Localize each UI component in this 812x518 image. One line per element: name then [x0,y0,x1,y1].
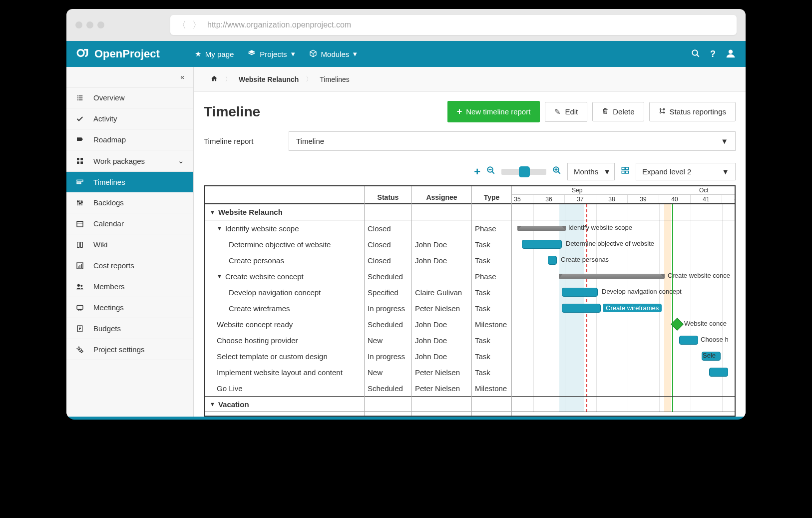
zoom-thumb[interactable] [519,166,530,177]
gantt-bar[interactable] [562,288,598,297]
search-icon[interactable] [691,49,700,59]
cell-type: Milestone [472,316,511,332]
gantt-row [512,204,735,220]
row-name[interactable]: Select template or custom design [205,348,364,364]
timeline-table: ▼Website Relaunch▼Identify website scope… [204,185,736,417]
maximize-dot[interactable] [97,21,104,28]
col-header-type: Type [472,186,511,204]
row-name[interactable]: Create personas [205,252,364,268]
sidebar-item-backlogs[interactable]: Backlogs [66,192,193,213]
gantt-bar[interactable] [559,274,664,279]
cell-assignee: Claire Gulivan [412,284,471,300]
sidebar-item-meetings[interactable]: Meetings [66,297,193,318]
nav-mypage[interactable]: ★ My page [195,49,234,58]
new-timeline-button[interactable]: + New timeline report [447,101,540,122]
cell-assignee: John Doe [412,332,471,348]
breadcrumb-page[interactable]: Timelines [313,73,356,85]
nav-projects[interactable]: Projects ▾ [248,49,295,59]
milestone-diamond[interactable] [671,318,683,330]
gantt-bar[interactable] [709,368,728,377]
row-name[interactable]: Go Live [205,380,364,396]
row-name[interactable]: ▼Identify website scope [205,220,364,236]
week-label: 40 [659,195,691,203]
breadcrumb-project[interactable]: Website Relaunch [232,73,306,85]
chevron-down-icon: ▾ [291,49,295,58]
forward-icon[interactable]: 〉 [192,19,201,31]
sidebar-item-overview[interactable]: Overview [66,87,193,108]
expand-level-select[interactable]: Expand level 2 ▼ [636,163,736,180]
browser-chrome: 〈 〉 http://www.organization.openproject.… [66,9,746,41]
cell-status: Closed [365,220,411,236]
cell-assignee [412,204,471,220]
zoom-out-icon[interactable] [486,166,495,177]
gantt-bar[interactable] [518,226,565,231]
breadcrumb: 〉 Website Relaunch 〉 Timelines [194,67,746,92]
cell-assignee: Peter Nielsen [412,380,471,396]
sidebar-item-cost-reports[interactable]: Cost reports [66,255,193,276]
sidebar-icon [75,115,84,123]
outline-icon[interactable] [621,166,630,177]
sidebar-item-work-packages[interactable]: Work packages⌄ [66,150,193,172]
sidebar-item-project-settings[interactable]: Project settings [66,339,193,360]
close-dot[interactable] [75,21,82,28]
row-name[interactable]: ▼Create website concept [205,268,364,284]
row-name[interactable]: ▼Vacation [205,396,364,412]
row-name[interactable]: Choose hosting provider [205,332,364,348]
caret-icon: ▼ [210,401,215,407]
user-icon[interactable] [726,48,736,60]
cell-type: Phase [472,220,511,236]
row-name[interactable]: Create wireframes [205,300,364,316]
svg-point-9 [77,201,79,202]
cell-type: Milestone [472,380,511,396]
help-icon[interactable]: ? [710,49,716,59]
zoom-slider[interactable] [501,169,546,175]
sidebar-item-wiki[interactable]: Wiki [66,234,193,255]
row-name[interactable]: Develop navigation concept [205,284,364,300]
report-select[interactable]: Timeline ▼ [289,131,736,151]
collapse-sidebar[interactable]: « [66,67,193,87]
sidebar-item-timelines[interactable]: Timelines [66,172,193,192]
add-icon[interactable]: + [474,165,480,178]
cell-type: Task [472,332,511,348]
sidebar-item-activity[interactable]: Activity [66,108,193,129]
gantt-bar[interactable] [562,304,601,313]
sidebar-item-members[interactable]: Members [66,276,193,297]
edit-button[interactable]: ✎ Edit [545,102,587,122]
row-name[interactable]: Implement website layout and content [205,364,364,380]
cell-type: Task [472,348,511,364]
sidebar-icon [75,157,84,165]
svg-point-15 [80,285,82,287]
home-icon[interactable] [204,73,225,85]
svg-point-1 [692,50,698,55]
url-bar[interactable]: 〈 〉 http://www.organization.openproject.… [170,15,737,35]
gantt-bar[interactable] [522,240,562,249]
plus-icon: + [457,106,462,117]
status-reportings-button[interactable]: Status reportings [649,102,736,121]
minimize-dot[interactable] [86,21,93,28]
col-header-status: Status [365,186,411,204]
report-label: Timeline report [204,137,279,145]
trash-icon [602,107,609,116]
row-name[interactable]: Website concept ready [205,316,364,332]
svg-rect-27 [626,167,629,170]
gantt-bar[interactable] [679,336,698,345]
nav-modules[interactable]: Modules ▾ [309,49,358,59]
cube-icon [309,49,317,59]
row-name[interactable]: Determine objective of website [205,236,364,252]
logo[interactable]: OpenProject [76,46,160,62]
sidebar-item-budgets[interactable]: Budgets [66,318,193,339]
gantt-bar[interactable] [548,256,557,265]
week-label: 42 [722,195,735,203]
zoom-in-icon[interactable] [552,166,561,177]
row-name[interactable]: ▼Website Relaunch [205,204,364,220]
sidebar-item-roadmap[interactable]: Roadmap [66,129,193,150]
status-icon [659,107,666,116]
back-icon[interactable]: 〈 [177,19,186,31]
delete-button[interactable]: Delete [592,102,644,121]
sidebar-icon [75,199,84,207]
sidebar-icon [75,94,84,102]
sidebar-item-calendar[interactable]: Calendar [66,213,193,234]
zoom-unit-select[interactable]: Months ▼ [567,163,615,180]
cell-type [472,396,511,412]
page-title: Timeline [204,104,260,120]
